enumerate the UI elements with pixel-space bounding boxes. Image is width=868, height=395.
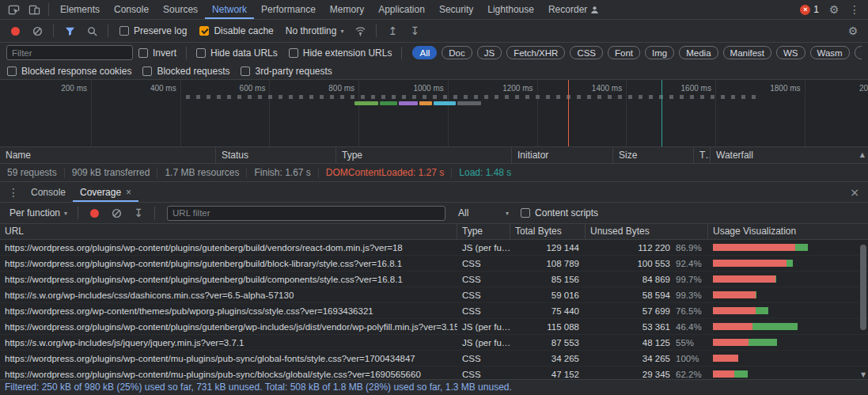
tab-console[interactable]: Console <box>107 0 156 19</box>
network-settings-gear-icon[interactable]: ⚙ <box>843 22 863 40</box>
error-count-badge[interactable]: ×1 <box>800 4 819 15</box>
resource-chip-doc[interactable]: Doc <box>442 46 472 59</box>
tab-memory[interactable]: Memory <box>323 0 371 19</box>
coverage-row[interactable]: https://wordpress.org/plugins/wp-content… <box>0 319 868 335</box>
resource-chip-fetch-xhr[interactable]: Fetch/XHR <box>506 46 565 59</box>
checkbox-icon <box>199 26 209 36</box>
coverage-record-button[interactable] <box>84 204 104 222</box>
tab-elements[interactable]: Elements <box>53 0 107 19</box>
tab-network[interactable]: Network <box>205 0 254 19</box>
network-column-initiator[interactable]: Initiator <box>512 147 613 163</box>
usage-bar-used <box>795 244 808 251</box>
record-button[interactable] <box>5 22 25 40</box>
tab-security[interactable]: Security <box>432 0 480 19</box>
tab-sources[interactable]: Sources <box>156 0 205 19</box>
disable-cache-checkbox[interactable]: Disable cache <box>199 25 273 36</box>
network-column-type[interactable]: Type <box>336 147 512 163</box>
grid-line <box>269 80 270 146</box>
resource-chip-font[interactable]: Font <box>608 46 640 59</box>
hide-data-urls-checkbox[interactable]: Hide data URLs <box>196 47 278 59</box>
resource-chip-js[interactable]: JS <box>477 46 502 59</box>
content-scripts-checkbox[interactable]: Content scripts <box>521 207 598 218</box>
coverage-row[interactable]: https://wordpress.org/plugins/wp-content… <box>0 240 868 256</box>
network-column-waterfall[interactable]: Waterfall <box>711 147 868 163</box>
blocked-response-cookies-checkbox[interactable]: Blocked response cookies <box>7 66 131 77</box>
tab-performance[interactable]: Performance <box>254 0 323 19</box>
divider <box>186 47 187 59</box>
checkbox-label: Blocked response cookies <box>21 66 131 77</box>
coverage-row[interactable]: https://s.w.org/wp-includes/css/dashicon… <box>0 287 868 303</box>
network-column-size[interactable]: Size <box>613 147 694 163</box>
coverage-row[interactable]: https://s.w.org/wp-includes/js/jquery/jq… <box>0 335 868 351</box>
scroll-down-icon[interactable]: ▼ <box>859 371 867 378</box>
resource-chip-css[interactable]: CSS <box>570 46 603 59</box>
coverage-url-filter-input[interactable] <box>167 206 445 221</box>
invert-checkbox[interactable]: Invert <box>138 47 176 59</box>
search-icon[interactable] <box>81 22 102 40</box>
coverage-clear-button[interactable] <box>106 204 127 222</box>
close-drawer-icon[interactable]: × <box>844 184 865 201</box>
coverage-row[interactable]: https://wordpress.org/plugins/wp-content… <box>0 272 868 287</box>
settings-gear-icon[interactable]: ⚙ <box>824 1 844 18</box>
coverage-total-bytes: 115 088 <box>510 319 586 334</box>
resource-chip-all[interactable]: All <box>412 46 437 59</box>
drawer-tab-console[interactable]: Console <box>24 182 73 202</box>
coverage-column-unused-bytes[interactable]: Unused Bytes <box>586 224 708 239</box>
coverage-row[interactable]: https://wordpress.org/wp-content/themes/… <box>0 303 868 319</box>
sort-arrow-icon[interactable]: ▲ <box>860 147 865 163</box>
coverage-row[interactable]: https://wordpress.org/plugins/wp-content… <box>0 256 868 272</box>
blocked-requests-checkbox[interactable]: Blocked requests <box>142 66 229 77</box>
coverage-total-bytes: 47 152 <box>510 367 586 379</box>
coverage-unused-cell: 34 265100% <box>586 351 708 366</box>
checkbox-icon <box>289 48 298 58</box>
resource-chip-ws[interactable]: WS <box>776 46 805 59</box>
coverage-row[interactable]: https://wordpress.org/plugins/wp-content… <box>0 367 868 379</box>
coverage-mode-select[interactable]: Per function▾ <box>5 207 72 218</box>
inspect-icon[interactable] <box>3 1 24 18</box>
time-label: 2000 ms <box>842 84 868 93</box>
resource-chip-media[interactable]: Media <box>679 46 718 59</box>
drawer-menu-icon[interactable]: ⋮ <box>3 184 24 201</box>
import-har-icon[interactable]: ↥ <box>382 22 403 40</box>
coverage-row[interactable]: https://wordpress.org/plugins/wp-content… <box>0 351 868 367</box>
clear-button[interactable] <box>27 22 47 40</box>
close-tab-icon[interactable]: × <box>126 187 131 198</box>
network-conditions-icon[interactable] <box>350 22 370 40</box>
overview-bar <box>419 101 432 105</box>
coverage-type-select[interactable]: All▾ <box>453 207 514 218</box>
hide-extension-urls-checkbox[interactable]: Hide extension URLs <box>289 47 392 59</box>
3rd-party-requests-checkbox[interactable]: 3rd-party requests <box>241 66 332 77</box>
more-options-icon[interactable]: ⋮ <box>844 1 865 18</box>
coverage-unused-cell: 84 86999.7% <box>586 272 708 287</box>
tab-application[interactable]: Application <box>371 0 432 19</box>
usage-bar-used <box>749 339 778 346</box>
coverage-column-url[interactable]: URL <box>0 224 457 239</box>
coverage-column-usage-visualization[interactable]: Usage Visualization <box>708 224 868 239</box>
checkbox-icon <box>119 26 129 36</box>
preserve-log-checkbox[interactable]: Preserve log <box>119 25 187 36</box>
usage-bar-unused <box>713 260 787 267</box>
coverage-column-type[interactable]: Type <box>457 224 510 239</box>
filter-toggle-icon[interactable] <box>59 22 80 40</box>
coverage-export-icon[interactable]: ↧ <box>128 204 149 222</box>
network-column-name[interactable]: Name <box>0 147 216 163</box>
resource-chip-wasm[interactable]: Wasm <box>810 46 850 59</box>
drawer-tab-coverage[interactable]: Coverage× <box>73 182 138 202</box>
export-har-icon[interactable]: ↧ <box>404 22 425 40</box>
scrollbar[interactable]: ▼ <box>859 240 868 379</box>
resource-chip-img[interactable]: Img <box>645 46 674 59</box>
tab-recorder[interactable]: Recorder <box>541 0 606 19</box>
coverage-status-bar: Filtered: 250 kB of 980 kB (25%) used so… <box>0 379 868 395</box>
device-toolbar-icon[interactable] <box>24 1 44 18</box>
throttling-select[interactable]: No throttling▾ <box>281 25 349 36</box>
network-column-status[interactable]: Status <box>216 147 336 163</box>
usage-bar <box>713 370 748 378</box>
network-overview-timeline[interactable]: 200 ms400 ms600 ms800 ms1000 ms1200 ms14… <box>0 80 868 147</box>
scrollbar-thumb[interactable] <box>860 245 866 330</box>
coverage-column-total-bytes[interactable]: Total Bytes <box>510 224 586 239</box>
network-filter-input[interactable] <box>6 45 133 60</box>
resource-chip-manifest[interactable]: Manifest <box>723 46 771 59</box>
tab-lighthouse[interactable]: Lighthouse <box>480 0 541 19</box>
network-column-t[interactable]: T… <box>694 147 711 163</box>
resource-chip-other[interactable]: Other <box>855 46 862 59</box>
